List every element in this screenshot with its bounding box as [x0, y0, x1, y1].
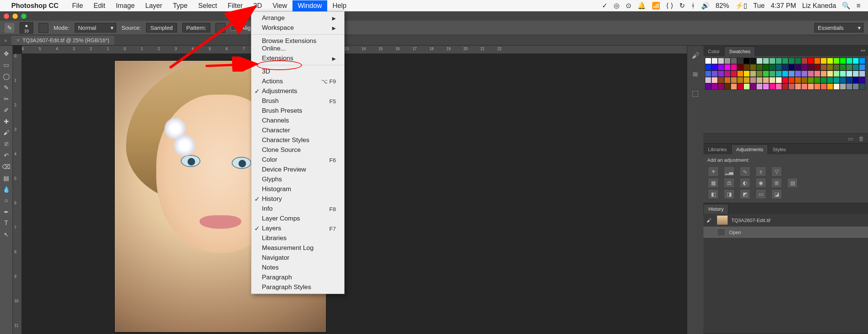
eyedropper-tool[interactable]: ✐: [1, 104, 12, 116]
swatch[interactable]: [788, 83, 795, 90]
document-tab[interactable]: × TQ3A2607-Edit.tif @ 25% (RGB/16*): [11, 36, 114, 45]
swatch[interactable]: [814, 58, 820, 64]
swatch[interactable]: [776, 77, 782, 83]
swatch[interactable]: [756, 83, 763, 90]
type-tool[interactable]: T: [1, 218, 12, 229]
swatch[interactable]: [763, 64, 769, 70]
adjustments-panel-tab[interactable]: Adjustments: [731, 144, 768, 154]
window-menu-item[interactable]: Workspace▶: [251, 23, 344, 33]
window-menu-item[interactable]: Paragraph Styles: [251, 282, 344, 292]
canvas-area[interactable]: 6543210123456789101112131415161718192021…: [13, 46, 687, 334]
clock-day[interactable]: Tue: [753, 2, 765, 10]
swatch[interactable]: [827, 58, 833, 64]
swatch[interactable]: [737, 83, 743, 90]
menu-layer[interactable]: Layer: [140, 0, 168, 11]
swatch[interactable]: [718, 58, 724, 64]
swatch[interactable]: [833, 77, 840, 83]
swatch[interactable]: [705, 77, 711, 83]
swatch[interactable]: [724, 58, 731, 64]
swatch[interactable]: [756, 77, 763, 83]
exposure-icon[interactable]: ±: [756, 167, 765, 176]
window-menu-item[interactable]: Layer Comps: [251, 214, 344, 224]
clone-stamp-tool[interactable]: ⎚: [1, 138, 12, 150]
aligned-checkbox[interactable]: [231, 25, 236, 31]
menu-list-icon[interactable]: ≡: [856, 2, 860, 10]
swatch[interactable]: [820, 77, 827, 83]
healing-brush-tool[interactable]: ✚: [1, 116, 12, 127]
swatch[interactable]: [769, 64, 776, 70]
swatch[interactable]: [846, 58, 853, 64]
swatch[interactable]: [711, 58, 718, 64]
quick-select-tool[interactable]: ✎: [1, 82, 12, 93]
swatch[interactable]: [750, 77, 756, 83]
swatch[interactable]: [724, 77, 731, 83]
swatch[interactable]: [808, 58, 814, 64]
swatch[interactable]: [795, 83, 801, 90]
window-menu-item[interactable]: Channels: [251, 116, 344, 126]
delete-swatch-icon[interactable]: 🗑: [859, 135, 864, 142]
app-name[interactable]: Photoshop CC: [11, 2, 58, 10]
selective-color-icon[interactable]: ◪: [772, 190, 781, 198]
timemachine-icon[interactable]: ↻: [679, 2, 685, 10]
swatch[interactable]: [711, 77, 718, 83]
menu-window[interactable]: Window: [292, 0, 327, 11]
swatch[interactable]: [820, 64, 827, 70]
swatch[interactable]: [769, 77, 776, 83]
color-lookup-icon[interactable]: ▤: [788, 179, 797, 187]
menu-file[interactable]: File: [67, 0, 88, 11]
swatch[interactable]: [782, 83, 788, 90]
swatch[interactable]: [846, 70, 853, 77]
menu-help[interactable]: Help: [327, 0, 352, 11]
horizontal-ruler[interactable]: 6543210123456789101112131415161718192021…: [22, 46, 687, 54]
window-menu-item[interactable]: ✓History: [251, 194, 344, 204]
swatch[interactable]: [782, 58, 788, 64]
swatch[interactable]: [724, 70, 731, 77]
swatch[interactable]: [763, 70, 769, 77]
swatch[interactable]: [750, 70, 756, 77]
brightness-contrast-icon[interactable]: ☀: [709, 167, 718, 176]
swatch[interactable]: [743, 58, 750, 64]
swatch[interactable]: [853, 77, 859, 83]
swatch[interactable]: [808, 70, 814, 77]
zoom-window-button[interactable]: [21, 14, 26, 19]
window-menu-item[interactable]: Libraries: [251, 233, 344, 243]
swatch[interactable]: [737, 58, 743, 64]
menu-edit[interactable]: Edit: [88, 0, 111, 11]
swatch[interactable]: [782, 64, 788, 70]
battery-icon[interactable]: ⚡▯: [735, 2, 747, 10]
expand-tabs-button[interactable]: »: [0, 37, 11, 43]
window-menu-item[interactable]: BrushF5: [251, 96, 344, 106]
swatch[interactable]: [756, 70, 763, 77]
gradient-map-icon[interactable]: ▭: [756, 190, 765, 198]
swatch[interactable]: [827, 70, 833, 77]
swatches-panel-tab[interactable]: Swatches: [724, 46, 755, 56]
swatch[interactable]: [776, 70, 782, 77]
libraries-panel-tab[interactable]: Libraries: [703, 145, 731, 154]
window-menu-item[interactable]: ColorF6: [251, 155, 344, 165]
swatch[interactable]: [801, 64, 808, 70]
swatch[interactable]: [840, 83, 846, 90]
user-name[interactable]: Liz Kaneda: [802, 2, 836, 10]
blur-tool[interactable]: 💧: [1, 184, 12, 195]
window-menu-item[interactable]: Measurement Log: [251, 243, 344, 253]
swatch[interactable]: [776, 83, 782, 90]
swatch[interactable]: [833, 83, 840, 90]
swatch[interactable]: [795, 64, 801, 70]
window-menu-item[interactable]: Histogram: [251, 184, 344, 194]
swatch[interactable]: [731, 70, 737, 77]
swatch[interactable]: [743, 83, 750, 90]
source-sampled-button[interactable]: Sampled: [146, 23, 177, 32]
swatch[interactable]: [718, 70, 724, 77]
swatch[interactable]: [750, 83, 756, 90]
swatch[interactable]: [731, 58, 737, 64]
menu-filter[interactable]: Filter: [222, 0, 248, 11]
wifi-icon[interactable]: 📶: [652, 2, 660, 10]
code-icon[interactable]: ⟨ ⟩: [666, 2, 673, 10]
swatch[interactable]: [846, 83, 853, 90]
swatch[interactable]: [808, 83, 814, 90]
swatch[interactable]: [788, 64, 795, 70]
swatch[interactable]: [827, 83, 833, 90]
3d-panel-icon[interactable]: ⬚: [690, 88, 701, 98]
healing-brush-icon[interactable]: ✎: [5, 23, 14, 33]
eraser-tool[interactable]: ⌫: [1, 161, 12, 172]
